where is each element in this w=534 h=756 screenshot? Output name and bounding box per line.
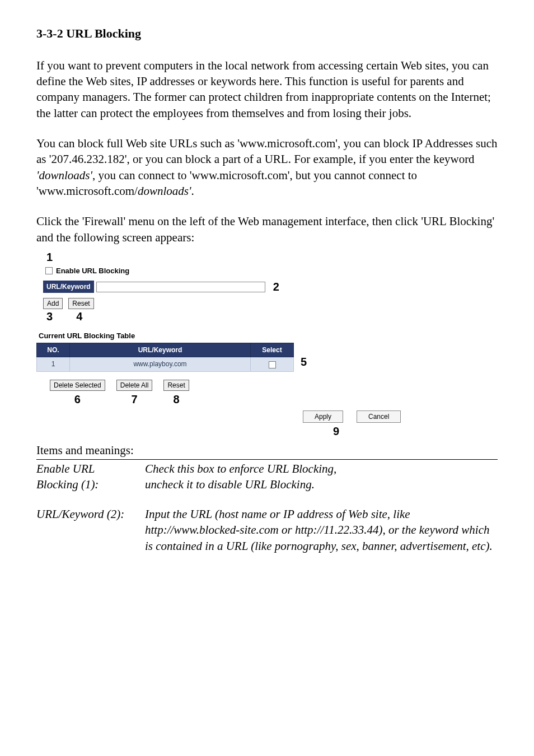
intro-paragraph-1: If you want to prevent computers in the … [36, 58, 498, 121]
marker-8: 8 [174, 392, 180, 407]
cell-kw: www.playboy.com [70, 357, 251, 371]
apply-button[interactable]: Apply [303, 410, 343, 423]
p2-a: You can block full Web site URLs such as… [36, 137, 498, 166]
marker-2: 2 [273, 279, 279, 295]
table-row: 1 www.playboy.com [37, 357, 294, 371]
p2-d: downloads' [138, 184, 191, 198]
row-select-checkbox[interactable] [269, 361, 276, 368]
marker-9: 9 [333, 424, 339, 439]
intro-paragraph-2: You can block full Web site URLs such as… [36, 136, 498, 199]
enable-url-blocking-label: Enable URL Blocking [56, 266, 129, 276]
def2-term: URL/Keyword (2): [36, 506, 145, 554]
def1-term-a: Enable URL [36, 461, 145, 477]
p2-e: . [191, 184, 194, 198]
enable-url-blocking-checkbox[interactable] [45, 267, 53, 274]
delete-all-button[interactable]: Delete All [116, 380, 153, 391]
url-keyword-input[interactable] [96, 282, 265, 292]
intro-paragraph-3: Click the 'Firewall' menu on the left of… [36, 213, 498, 245]
p2-b: 'downloads' [36, 169, 92, 182]
section-heading: 3-3-2 URL Blocking [36, 25, 498, 42]
col-select: Select [251, 343, 294, 357]
add-button[interactable]: Add [43, 298, 63, 309]
marker-3: 3 [46, 309, 53, 324]
url-blocking-ui: 1 Enable URL Blocking URL/Keyword 2 Add … [36, 250, 417, 439]
reset-button[interactable]: Reset [68, 298, 93, 309]
url-blocking-table: NO. URL/Keyword Select 1 www.playboy.com [36, 343, 294, 371]
col-no: NO. [37, 343, 70, 357]
marker-7: 7 [132, 392, 138, 407]
definitions: Enable URL Blocking (1): Check this box … [36, 461, 498, 554]
col-url-keyword: URL/Keyword [70, 343, 251, 357]
url-keyword-label: URL/Keyword [43, 281, 94, 293]
def1-desc-a: Check this box to enforce URL Blocking, [145, 461, 498, 477]
def2-desc: Input the URL (host name or IP address o… [145, 506, 498, 554]
cancel-button[interactable]: Cancel [357, 410, 401, 423]
cell-select [251, 357, 294, 371]
delete-selected-button[interactable]: Delete Selected [50, 380, 105, 391]
marker-5: 5 [301, 354, 307, 370]
marker-4: 4 [76, 309, 82, 324]
cell-no: 1 [37, 357, 70, 371]
marker-6: 6 [74, 392, 81, 407]
def1-desc-b: uncheck it to disable URL Blocking. [145, 477, 498, 492]
table-title: Current URL Blocking Table [36, 331, 417, 341]
reset2-button[interactable]: Reset [163, 380, 189, 391]
p2-c: , you can connect to 'www.microsoft.com'… [36, 169, 417, 198]
def1-term-b: Blocking (1): [36, 477, 145, 492]
marker-1: 1 [46, 250, 53, 265]
items-heading: Items and meanings: [36, 442, 498, 460]
